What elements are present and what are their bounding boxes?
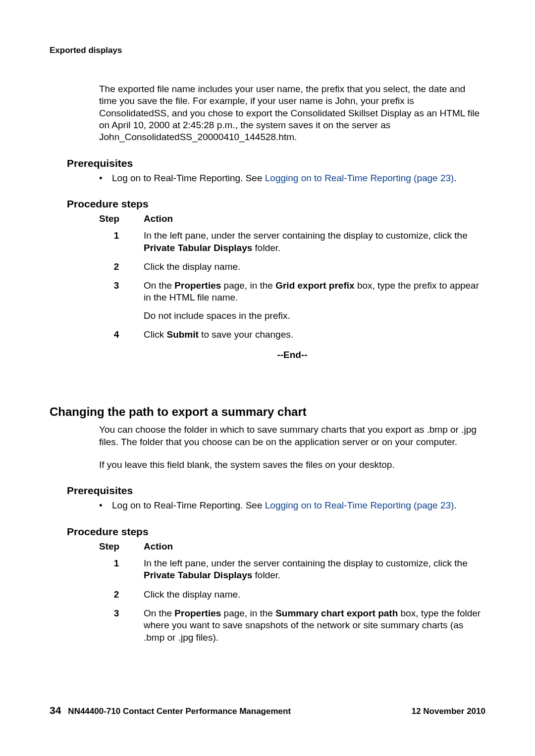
step-number: 3	[99, 607, 144, 644]
prereq-link-2[interactable]: Logging on to Real-Time Reporting (page …	[265, 500, 454, 510]
step-action: In the left pane, under the server conta…	[144, 557, 485, 582]
step-action-text: Click the display name.	[144, 261, 485, 273]
prerequisites-heading: Prerequisites	[67, 157, 485, 169]
step-action-text: Click Submit to save your changes.	[144, 329, 485, 341]
step-action: In the left pane, under the server conta…	[144, 230, 485, 254]
col-header-step: Step	[99, 213, 144, 225]
table-row: 1In the left pane, under the server cont…	[99, 557, 485, 582]
section2-body: You can choose the folder in which to sa…	[99, 424, 485, 471]
step-action-text: On the Properties page, in the Grid expo…	[144, 280, 485, 304]
table-row: 2Click the display name.	[99, 589, 485, 601]
intro-paragraph: The exported file name includes your use…	[99, 83, 485, 144]
section-heading: Changing the path to export a summary ch…	[50, 405, 485, 419]
step-action: Click the display name.	[144, 261, 485, 273]
procedure-steps-table-2: Step Action 1In the left pane, under the…	[99, 541, 485, 644]
prereq2-text-tail: .	[454, 500, 456, 510]
procedure-steps-table: Step Action 1In the left pane, under the…	[99, 213, 485, 341]
table-row: 3On the Properties page, in the Summary …	[99, 607, 485, 644]
footer-doc-title: NN44400-710 Contact Center Performance M…	[68, 706, 291, 716]
section2-para2: If you leave this field blank, the syste…	[99, 459, 485, 471]
steps-body-2: 1In the left pane, under the server cont…	[99, 557, 485, 644]
step-action-text: On the Properties page, in the Summary c…	[144, 607, 485, 644]
table-row: 2Click the display name.	[99, 261, 485, 273]
running-header: Exported displays	[50, 46, 485, 55]
step-action: On the Properties page, in the Summary c…	[144, 607, 485, 644]
procedure-steps-heading: Procedure steps	[67, 198, 485, 210]
step-number: 4	[99, 329, 144, 341]
prerequisite-text: Log on to Real-Time Reporting. See Loggi…	[112, 172, 457, 184]
page-footer: 34NN44400-710 Contact Center Performance…	[50, 705, 485, 716]
prerequisites-list-2: • Log on to Real-Time Reporting. See Log…	[99, 500, 485, 511]
step-number: 1	[99, 230, 144, 254]
prerequisites-heading-2: Prerequisites	[67, 485, 485, 497]
table-row: 3On the Properties page, in the Grid exp…	[99, 280, 485, 322]
prereq-link[interactable]: Logging on to Real-Time Reporting (page …	[265, 173, 454, 183]
col-header-action: Action	[144, 213, 485, 225]
step-number: 1	[99, 557, 144, 582]
prerequisite-item: • Log on to Real-Time Reporting. See Log…	[99, 172, 485, 184]
table-row: 1In the left pane, under the server cont…	[99, 230, 485, 254]
steps-header-row: Step Action	[99, 213, 485, 225]
table-row: 4Click Submit to save your changes.	[99, 329, 485, 341]
page-number: 34	[50, 705, 61, 716]
footer-date: 12 November 2010	[412, 706, 485, 716]
step-action-extra: Do not include spaces in the prefix.	[144, 310, 485, 322]
procedure-steps-heading-2: Procedure steps	[67, 526, 485, 538]
step-number: 3	[99, 280, 144, 322]
prereq-text-tail: .	[454, 173, 456, 183]
prerequisite-text-2: Log on to Real-Time Reporting. See Loggi…	[112, 500, 457, 511]
bullet-icon: •	[99, 500, 104, 511]
step-action-text: In the left pane, under the server conta…	[144, 557, 485, 582]
step-action-text: In the left pane, under the server conta…	[144, 230, 485, 254]
intro-paragraph-block: The exported file name includes your use…	[99, 83, 485, 144]
end-marker: --End--	[99, 350, 485, 360]
prereq2-text-lead: Log on to Real-Time Reporting. See	[112, 500, 265, 510]
prereq-text-lead: Log on to Real-Time Reporting. See	[112, 173, 265, 183]
steps-header-row-2: Step Action	[99, 541, 485, 553]
prerequisite-item-2: • Log on to Real-Time Reporting. See Log…	[99, 500, 485, 511]
prerequisites-list: • Log on to Real-Time Reporting. See Log…	[99, 172, 485, 184]
steps-body-1: 1In the left pane, under the server cont…	[99, 230, 485, 341]
step-number: 2	[99, 261, 144, 273]
section2-para1: You can choose the folder in which to sa…	[99, 424, 485, 448]
step-action: Click Submit to save your changes.	[144, 329, 485, 341]
col-header-step-2: Step	[99, 541, 144, 553]
step-action: Click the display name.	[144, 589, 485, 601]
step-number: 2	[99, 589, 144, 601]
footer-left: 34NN44400-710 Contact Center Performance…	[50, 705, 291, 716]
step-action: On the Properties page, in the Grid expo…	[144, 280, 485, 322]
page: Exported displays The exported file name…	[0, 0, 535, 756]
col-header-action-2: Action	[144, 541, 485, 553]
step-action-text: Click the display name.	[144, 589, 485, 601]
bullet-icon: •	[99, 172, 104, 184]
